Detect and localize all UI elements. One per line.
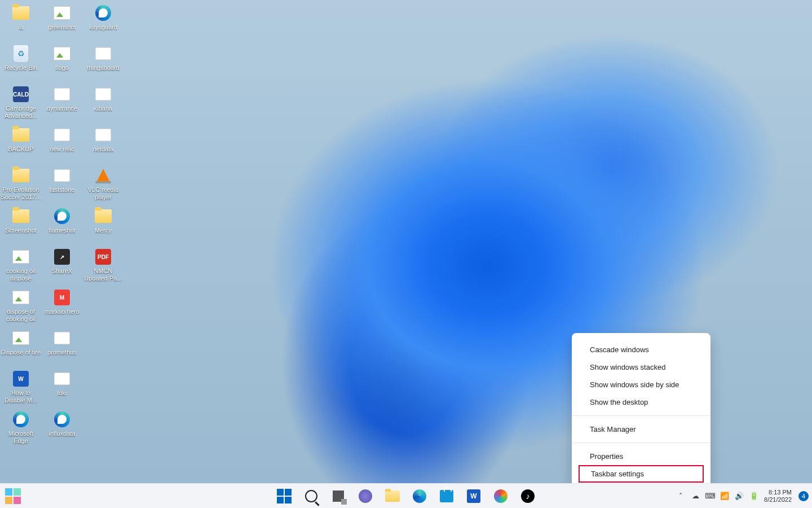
clock-date: 8/21/2022 xyxy=(764,496,792,503)
desktop-icon-label: Recycle Bin xyxy=(5,64,37,72)
desktop-icon-nmcn-updated-pa[interactable]: PDFNMCN Updated Pa... xyxy=(82,246,124,284)
white-icon xyxy=(94,44,113,63)
folder-icon xyxy=(11,125,30,144)
desktop-icon-label: cooking oil dispose xyxy=(1,268,41,282)
desktop-icon-ia[interactable]: ia xyxy=(0,2,42,41)
taskbar-context-menu: Cascade windowsShow windows stackedShow … xyxy=(572,333,710,491)
desktop-icon-label: new relic xyxy=(50,146,74,153)
desktop-icon-recycle-bin[interactable]: Recycle Bin xyxy=(0,43,42,81)
desktop[interactable]: iagreenshotksysguardRecycle Binflogothin… xyxy=(0,0,812,483)
desktop-icon-label: NMCN Updated Pa... xyxy=(83,268,123,282)
desktop-icon-faststone[interactable]: faststone xyxy=(41,165,83,203)
tiktok-icon: ♪ xyxy=(521,489,535,503)
desktop-icon-label: greenshot xyxy=(48,24,76,31)
desktop-icon-label: flameshot xyxy=(48,227,76,234)
chevron-up-icon[interactable]: ˄ xyxy=(676,492,685,501)
desktop-icon-label: ShareX xyxy=(52,268,73,275)
taskbar-file-explorer-button[interactable] xyxy=(382,485,403,507)
desktop-icon-dispose-of-tire[interactable]: Dispose of tire xyxy=(0,327,42,366)
white-icon xyxy=(94,125,113,144)
img-icon xyxy=(52,3,72,23)
taskbar-search-button[interactable] xyxy=(301,485,322,507)
desktop-icon-netdata[interactable]: netdata xyxy=(82,124,124,163)
widgets-button[interactable] xyxy=(0,484,26,508)
desktop-icon-label: promethus xyxy=(47,349,77,356)
taskbar-start-button[interactable] xyxy=(273,485,295,507)
taskbar-tiktok-button[interactable]: ♪ xyxy=(517,485,539,507)
context-menu-item-cascade-windows[interactable]: Cascade windows xyxy=(572,341,710,358)
desktop-icon-flameshot[interactable]: flameshot xyxy=(41,205,83,244)
desktop-icon-kibana[interactable]: kibana xyxy=(82,84,124,122)
white-icon xyxy=(52,85,72,104)
context-menu-item-taskbar-settings[interactable]: Taskbar settings xyxy=(579,465,704,483)
desktop-icon-label: influxdata xyxy=(48,430,75,437)
desktop-icon-microsoft-edge[interactable]: Microsoft Edge xyxy=(0,409,42,447)
desktop-icon-cooking-oil-dispose[interactable]: cooking oil dispose xyxy=(0,246,42,284)
taskbar-edge-button[interactable] xyxy=(409,485,430,507)
taskbar-word-button[interactable]: W xyxy=(463,485,484,507)
desktop-icon-label: Microsoft Edge xyxy=(1,430,41,445)
desktop-icon-dynatrance[interactable]: dynatrance xyxy=(41,84,83,122)
desktop-icon-backup[interactable]: BACKUP xyxy=(0,124,42,163)
desktop-icon-influxdata[interactable]: influxdata xyxy=(41,409,83,447)
desktop-icon-thingsboard[interactable]: thingsboard xyxy=(82,43,124,81)
edge-icon xyxy=(11,410,30,429)
desktop-icon-ksysguard[interactable]: ksysguard xyxy=(82,2,124,41)
context-menu-item-properties[interactable]: Properties xyxy=(572,448,710,465)
desktop-icon-how-to-disable-m[interactable]: WHow to Disable M... xyxy=(0,368,42,406)
desktop-icon-sharex[interactable]: ↗ShareX xyxy=(41,246,83,284)
context-menu-item-task-manager[interactable]: Task Manager xyxy=(572,421,710,438)
taskbar-paint-button[interactable] xyxy=(490,485,511,507)
keyboard-icon[interactable]: ⌨ xyxy=(705,492,714,501)
desktop-icon-label: ksysguard xyxy=(89,24,117,31)
desktop-icon-loki[interactable]: loki xyxy=(41,368,83,406)
wifi-icon[interactable]: 📶 xyxy=(720,492,729,501)
context-menu-item-show-windows-stacked[interactable]: Show windows stacked xyxy=(572,358,710,376)
desktop-icon-vlc-media-player[interactable]: VLC media player xyxy=(82,165,124,203)
teams-icon xyxy=(359,489,372,503)
desktop-icon-markuo-hero[interactable]: Mmarkuo hero xyxy=(41,287,83,325)
desktop-icon-screenshot[interactable]: Screenshot xyxy=(0,205,42,244)
desktop-icon-greenshot[interactable]: greenshot xyxy=(41,2,83,41)
clock[interactable]: 8:13 PM 8/21/2022 xyxy=(764,489,792,503)
desktop-icon-label: Dispose of tire xyxy=(1,349,41,356)
taskbar-task-view-button[interactable] xyxy=(328,485,349,507)
desktop-icon-mercy[interactable]: Mercy xyxy=(82,205,124,244)
taskbar[interactable]: W♪ ˄☁⌨📶🔊🔋 8:13 PM 8/21/2022 4 xyxy=(0,483,812,508)
desktop-icon-label: How to Disable M... xyxy=(1,389,41,404)
file-explorer-icon xyxy=(385,491,400,502)
white-icon xyxy=(52,125,72,144)
desktop-icon-label: loki xyxy=(58,389,67,397)
notification-badge[interactable]: 4 xyxy=(798,491,809,501)
desktop-icon-cambridge-advanced[interactable]: CALDCambridge Advanced... xyxy=(0,84,42,122)
battery-icon[interactable]: 🔋 xyxy=(749,492,758,501)
folder-icon xyxy=(11,207,30,226)
taskbar-teams-button[interactable] xyxy=(355,485,376,507)
desktop-icon-promethus[interactable]: promethus xyxy=(41,327,83,366)
desktop-icon-dispose-of-cooking-oil[interactable]: dispose of cooking oil xyxy=(0,287,42,325)
desktop-icon-new-relic[interactable]: new relic xyxy=(41,124,83,163)
system-tray: ˄☁⌨📶🔊🔋 8:13 PM 8/21/2022 4 xyxy=(676,484,809,508)
volume-icon[interactable]: 🔊 xyxy=(735,492,744,501)
img-icon xyxy=(11,247,30,266)
desktop-icon-label: Mercy xyxy=(95,227,112,234)
edge-icon xyxy=(52,410,72,429)
white-icon xyxy=(52,369,72,388)
paint-icon xyxy=(494,489,508,503)
img-icon xyxy=(52,44,72,63)
desktop-icon-label: dispose of cooking oil xyxy=(1,308,41,323)
context-menu-item-show-the-desktop[interactable]: Show the desktop xyxy=(572,393,710,411)
sq-icon: ↗ xyxy=(52,247,72,266)
desktop-icon-flogo[interactable]: flogo xyxy=(41,43,83,81)
desktop-icon-label: dynatrance xyxy=(47,105,77,112)
context-menu-separator xyxy=(572,443,710,443)
onedrive-icon[interactable]: ☁ xyxy=(691,492,700,501)
desktop-icon-label: Pro Evolution Soccer 2017... xyxy=(1,186,41,201)
taskbar-microsoft-store-button[interactable] xyxy=(436,485,457,507)
desktop-icon-label: faststone xyxy=(50,186,75,194)
context-menu-item-show-windows-side-by-side[interactable]: Show windows side by side xyxy=(572,376,710,393)
desktop-icon-pro-evolution-soccer-2017[interactable]: Pro Evolution Soccer 2017... xyxy=(0,165,42,203)
recycle-icon xyxy=(11,44,30,63)
desktop-icon-label: markuo hero xyxy=(45,308,80,316)
desktop-icon-label: kibana xyxy=(94,105,112,112)
